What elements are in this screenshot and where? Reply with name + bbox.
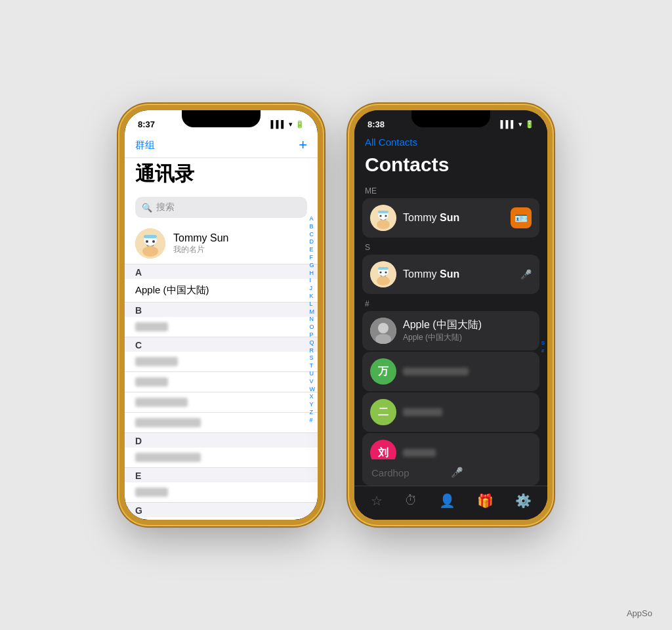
contact-c2[interactable] <box>125 372 318 392</box>
contact-er[interactable]: 二 <box>362 392 539 432</box>
dark-nav: All Contacts <box>354 134 547 152</box>
tab-bar-right: ☆ ⏱ 👤 🎁 ⚙️ <box>354 486 547 520</box>
me-badge: 🪪 <box>511 207 532 228</box>
status-icons-right: ▌▌▌ ▾ 🔋 <box>501 120 534 129</box>
appso-label: AppSo <box>627 608 652 618</box>
dark-title-bar: Contacts <box>354 152 547 182</box>
mic-icon: 🎤 <box>520 269 532 280</box>
tab-gifts[interactable]: 🎁 <box>471 490 500 511</box>
contact-wan[interactable]: 万 <box>362 352 539 391</box>
contacts-nav: 群组 + <box>125 134 318 158</box>
tab-contacts[interactable]: 👤 <box>432 490 462 511</box>
search-placeholder-left: 搜索 <box>156 201 175 213</box>
section-a: A <box>125 264 318 279</box>
contact-c3[interactable] <box>125 392 318 413</box>
contact-d1[interactable] <box>125 448 318 468</box>
search-icon-left: 🔍 <box>142 203 152 213</box>
search-bar-left[interactable]: 🔍 搜索 <box>125 194 318 223</box>
me-section-label: ME <box>362 182 539 198</box>
notch-left <box>182 110 261 127</box>
contact-e1[interactable] <box>125 482 318 503</box>
phones-container: 8:37 ▌▌▌ ▾ 🔋 群组 + 通讯录 🔍 搜索 <box>0 0 672 630</box>
svg-point-11 <box>377 220 390 229</box>
contact-apple-dark[interactable]: Apple (中国大陆) Apple (中国大陆) <box>362 311 539 350</box>
avatar-s <box>370 261 396 287</box>
svg-rect-2 <box>144 235 157 238</box>
me-contact-row[interactable]: Tommy Sun 🪪 <box>362 198 539 238</box>
s-section-label: S <box>362 239 539 255</box>
alpha-index-left[interactable]: A B C D E F G H I J K L M N O P Q R S T <box>310 215 316 424</box>
me-contact-name: Tommy Sun <box>403 212 504 224</box>
tab-settings[interactable]: ⚙️ <box>509 490 538 511</box>
page-title-left: 通讯录 <box>135 161 307 188</box>
apple-contact-name: Apple (中国大陆) <box>403 318 532 332</box>
status-icons-left: ▌▌▌ ▾ 🔋 <box>271 120 304 129</box>
all-contacts-link[interactable]: All Contacts <box>365 136 417 148</box>
page-title-right: Contacts <box>365 154 537 176</box>
svg-point-16 <box>385 271 387 273</box>
left-phone: 8:37 ▌▌▌ ▾ 🔋 群组 + 通讯录 🔍 搜索 <box>119 105 323 525</box>
avatar-me <box>370 205 396 231</box>
avatar-apple <box>370 318 396 344</box>
time-left: 8:37 <box>138 119 155 129</box>
time-right: 8:38 <box>368 119 385 129</box>
contacts-list-right[interactable]: ME Tommy Sun 🪪 <box>354 182 547 480</box>
right-phone: 8:38 ▌▌▌ ▾ 🔋 All Contacts Contacts ME <box>349 105 553 525</box>
blurred-name-er <box>403 408 442 416</box>
section-g: G <box>125 503 318 517</box>
contact-b1[interactable] <box>125 317 318 337</box>
svg-point-15 <box>379 271 381 273</box>
contacts-list-left[interactable]: Tommy Sun 我的名片 A Apple (中国大陆) B C <box>125 223 318 520</box>
hash-section-label: # <box>362 295 539 311</box>
svg-point-19 <box>378 323 388 333</box>
notch-right <box>411 110 490 127</box>
contact-c1[interactable] <box>125 352 318 372</box>
cardhop-placeholder: Cardhop <box>371 467 451 478</box>
svg-point-4 <box>152 240 155 243</box>
my-card-info: Tommy Sun 我的名片 <box>173 232 228 255</box>
my-card[interactable]: Tommy Sun 我的名片 <box>125 223 318 264</box>
tab-favorites[interactable]: ☆ <box>364 490 389 511</box>
avatar-my-card <box>135 228 165 259</box>
s-contact-name: Tommy Sun <box>403 268 514 280</box>
avatar-er: 二 <box>370 399 396 425</box>
section-c: C <box>125 337 318 352</box>
contact-c4[interactable] <box>125 413 318 433</box>
cardhop-mic-icon[interactable]: 🎤 <box>451 467 530 478</box>
cardhop-search-bar[interactable]: Cardhop 🎤 <box>362 459 539 486</box>
section-e: E <box>125 468 318 482</box>
blurred-name-liu1 <box>403 449 436 457</box>
contact-g1[interactable] <box>125 517 318 520</box>
svg-point-17 <box>377 276 390 285</box>
section-b: B <box>125 303 318 317</box>
blurred-name-wan <box>403 368 469 375</box>
contact-apple[interactable]: Apple (中国大陆) <box>125 279 318 303</box>
tab-recent[interactable]: ⏱ <box>398 490 424 511</box>
svg-rect-14 <box>378 267 388 270</box>
add-contact-button[interactable]: + <box>299 138 307 152</box>
avatar-wan: 万 <box>370 358 396 385</box>
group-button[interactable]: 群组 <box>135 139 155 152</box>
my-card-subtitle: 我的名片 <box>173 244 228 255</box>
svg-point-9 <box>379 215 381 217</box>
svg-rect-8 <box>378 211 388 213</box>
title-bar-left: 通讯录 <box>125 158 318 194</box>
svg-point-3 <box>146 240 148 243</box>
svg-point-10 <box>385 215 387 217</box>
apple-contact-sub: Apple (中国大陆) <box>403 332 532 343</box>
svg-point-5 <box>142 246 158 257</box>
s-contact-row[interactable]: Tommy Sun 🎤 <box>362 255 539 294</box>
section-d: D <box>125 433 318 448</box>
my-card-name: Tommy Sun <box>173 232 228 244</box>
alpha-index-right[interactable]: S # <box>541 340 545 354</box>
